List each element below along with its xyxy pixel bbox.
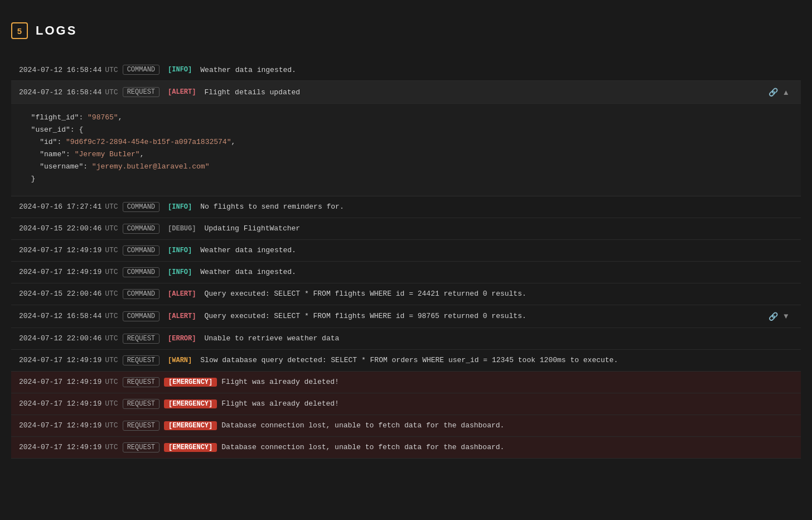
- link-icon: 🔗: [768, 88, 778, 97]
- log-level-badge: [EMERGENCY]: [164, 378, 217, 387]
- log-utc: UTC: [105, 421, 118, 430]
- log-message: Unable to retrieve weather data: [204, 334, 793, 343]
- log-utc: UTC: [105, 356, 118, 364]
- log-message: Flight was already deleted!: [221, 378, 793, 386]
- log-utc: UTC: [105, 268, 118, 276]
- log-timestamp: 2024-07-17 12:49:19: [19, 443, 102, 451]
- log-expanded-content: "flight_id": "98765", "user_id": { "id":…: [11, 104, 801, 196]
- log-timestamp: 2024-07-12 22:00:46: [19, 334, 102, 343]
- log-type-badge: REQUEST: [123, 421, 160, 431]
- log-type-badge: COMMAND: [123, 245, 160, 256]
- log-timestamp: 2024-07-15 22:00:46: [19, 224, 102, 233]
- log-timestamp: 2024-07-17 12:49:19: [19, 356, 102, 364]
- log-message: No flights to send reminders for.: [200, 203, 793, 211]
- log-timestamp: 2024-07-17 12:49:19: [19, 399, 102, 408]
- log-message: Query executed: SELECT * FROM flights WH…: [204, 290, 793, 298]
- log-level-badge: [EMERGENCY]: [164, 399, 217, 408]
- log-row[interactable]: 2024-07-17 12:49:19UTCREQUEST[EMERGENCY]…: [11, 415, 801, 437]
- log-row[interactable]: 2024-07-15 22:00:46UTCCOMMAND[DEBUG]Upda…: [11, 218, 801, 240]
- log-timestamp: 2024-07-12 16:58:44: [19, 88, 102, 97]
- log-utc: UTC: [105, 334, 118, 343]
- log-row[interactable]: 2024-07-17 12:49:19UTCCOMMAND[INFO]Weath…: [11, 240, 801, 262]
- log-level-badge: [WARN]: [164, 356, 196, 365]
- log-level-badge: [ERROR]: [164, 334, 200, 343]
- log-type-badge: REQUEST: [123, 87, 160, 97]
- log-utc: UTC: [105, 399, 118, 408]
- log-level-badge: [EMERGENCY]: [164, 421, 217, 430]
- log-type-badge: REQUEST: [123, 442, 160, 452]
- log-utc: UTC: [105, 290, 118, 298]
- log-message: Query executed: SELECT * FROM flights WH…: [204, 312, 765, 320]
- chevron-down-icon: ▼: [782, 312, 790, 320]
- log-type-badge: COMMAND: [123, 311, 160, 321]
- log-message: Flight was already deleted!: [221, 399, 793, 408]
- log-level-badge: [INFO]: [164, 65, 196, 74]
- log-timestamp: 2024-07-17 12:49:19: [19, 246, 102, 254]
- log-type-badge: COMMAND: [123, 224, 160, 234]
- log-level-badge: [INFO]: [164, 203, 196, 211]
- log-row[interactable]: 2024-07-17 12:49:19UTCREQUEST[EMERGENCY]…: [11, 437, 801, 459]
- log-count-badge: 5: [11, 22, 28, 39]
- log-message: Slow database query detected: SELECT * F…: [200, 356, 793, 364]
- log-timestamp: 2024-07-12 16:58:44: [19, 312, 102, 320]
- log-type-badge: COMMAND: [123, 65, 160, 75]
- log-row[interactable]: 2024-07-12 16:58:44UTCCOMMAND[INFO]Weath…: [11, 59, 801, 81]
- log-row[interactable]: 2024-07-12 22:00:46UTCREQUEST[ERROR]Unab…: [11, 328, 801, 350]
- expand-toggle-button[interactable]: 🔗▲: [765, 86, 793, 98]
- log-row[interactable]: 2024-07-16 17:27:41UTCCOMMAND[INFO]No fl…: [11, 196, 801, 218]
- log-timestamp: 2024-07-17 12:49:19: [19, 378, 102, 386]
- expand-toggle-button[interactable]: 🔗▼: [765, 311, 793, 322]
- log-message: Updating FlightWatcher: [204, 224, 793, 233]
- chevron-up-icon: ▲: [782, 88, 790, 97]
- log-utc: UTC: [105, 66, 118, 74]
- log-utc: UTC: [105, 246, 118, 254]
- log-level-badge: [INFO]: [164, 246, 196, 255]
- log-timestamp: 2024-07-15 22:00:46: [19, 290, 102, 298]
- log-timestamp: 2024-07-16 17:27:41: [19, 203, 102, 211]
- log-row[interactable]: 2024-07-17 12:49:19UTCREQUEST[WARN]Slow …: [11, 350, 801, 372]
- log-message: Weather data ingested.: [200, 268, 793, 276]
- log-row[interactable]: 2024-07-12 16:58:44UTCCOMMAND[ALERT]Quer…: [11, 305, 801, 328]
- log-utc: UTC: [105, 312, 118, 320]
- log-timestamp: 2024-07-17 12:49:19: [19, 421, 102, 430]
- log-level-badge: [ALERT]: [164, 290, 200, 298]
- log-row[interactable]: 2024-07-15 22:00:46UTCCOMMAND[ALERT]Quer…: [11, 283, 801, 305]
- log-type-badge: COMMAND: [123, 289, 160, 299]
- log-message: Database connection lost, unable to fetc…: [221, 421, 793, 430]
- log-type-badge: COMMAND: [123, 202, 160, 212]
- log-utc: UTC: [105, 443, 118, 451]
- link-icon: 🔗: [768, 312, 778, 321]
- log-utc: UTC: [105, 378, 118, 386]
- log-message: Flight details updated: [204, 88, 765, 97]
- log-timestamp: 2024-07-17 12:49:19: [19, 268, 102, 276]
- logs-list: 2024-07-12 16:58:44UTCCOMMAND[INFO]Weath…: [11, 59, 801, 459]
- log-type-badge: COMMAND: [123, 267, 160, 277]
- log-level-badge: [ALERT]: [164, 88, 200, 97]
- log-utc: UTC: [105, 88, 118, 97]
- log-type-badge: REQUEST: [123, 334, 160, 344]
- log-message: Weather data ingested.: [200, 66, 793, 74]
- log-utc: UTC: [105, 224, 118, 233]
- log-level-badge: [INFO]: [164, 268, 196, 277]
- log-row[interactable]: 2024-07-17 12:49:19UTCREQUEST[EMERGENCY]…: [11, 372, 801, 393]
- log-row[interactable]: 2024-07-12 16:58:44UTCREQUEST[ALERT]Flig…: [11, 81, 801, 104]
- log-type-badge: REQUEST: [123, 377, 160, 387]
- log-row[interactable]: 2024-07-17 12:49:19UTCCOMMAND[INFO]Weath…: [11, 262, 801, 283]
- log-level-badge: [DEBUG]: [164, 224, 200, 233]
- log-type-badge: REQUEST: [123, 355, 160, 365]
- log-type-badge: REQUEST: [123, 399, 160, 409]
- log-message: Weather data ingested.: [200, 246, 793, 254]
- log-row[interactable]: 2024-07-17 12:49:19UTCREQUEST[EMERGENCY]…: [11, 393, 801, 415]
- logs-header: 5 LOGS: [11, 22, 801, 39]
- log-message: Database connection lost, unable to fetc…: [221, 443, 793, 451]
- log-level-badge: [ALERT]: [164, 312, 200, 321]
- log-level-badge: [EMERGENCY]: [164, 443, 217, 452]
- log-utc: UTC: [105, 203, 118, 211]
- page-title: LOGS: [36, 23, 77, 38]
- log-timestamp: 2024-07-12 16:58:44: [19, 66, 102, 74]
